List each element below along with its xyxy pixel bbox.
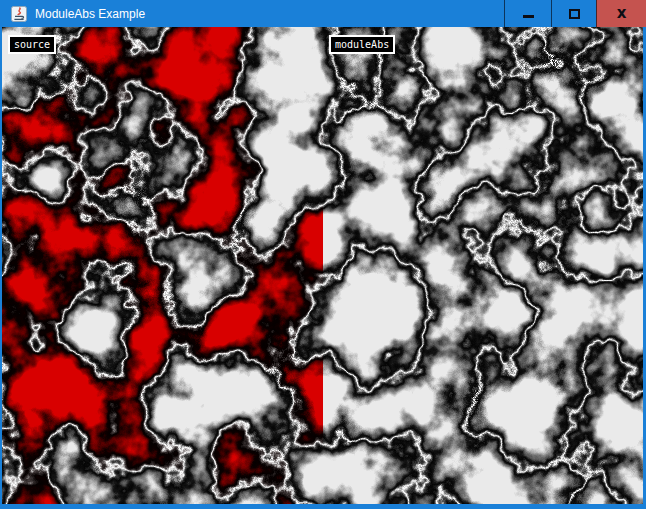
java-app-icon[interactable] xyxy=(11,6,27,22)
titlebar[interactable]: ModuleAbs Example x xyxy=(0,0,646,27)
maximize-icon xyxy=(569,9,580,19)
app-window: ModuleAbs Example x xyxy=(0,0,646,509)
canvas-area: source moduleAbs xyxy=(2,27,643,504)
source-label: source xyxy=(8,35,56,54)
moduleabs-label: moduleAbs xyxy=(329,35,395,54)
maximize-button[interactable] xyxy=(551,0,596,27)
source-panel: source xyxy=(2,27,323,504)
minimize-icon xyxy=(523,15,534,18)
minimize-button[interactable] xyxy=(504,0,551,27)
moduleabs-panel: moduleAbs xyxy=(323,27,643,504)
close-button[interactable]: x xyxy=(596,0,646,27)
close-icon: x xyxy=(617,6,627,21)
moduleabs-texture xyxy=(323,27,643,504)
source-texture xyxy=(2,27,323,504)
window-title: ModuleAbs Example xyxy=(35,7,504,21)
window-controls: x xyxy=(504,0,646,27)
